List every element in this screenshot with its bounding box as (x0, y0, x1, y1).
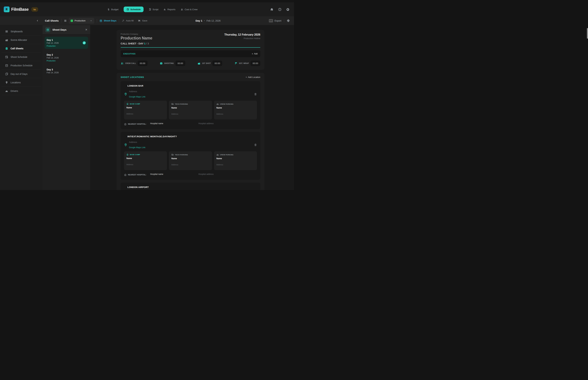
base-camp-card[interactable]: BASE CAMP Name Address (124, 101, 167, 119)
shooting-time-input[interactable]: 00:00 (175, 60, 185, 66)
save-button[interactable]: Save (138, 19, 147, 22)
call-sheet-day-line: CALL SHEET - DAY 1 / 3 (121, 42, 152, 45)
export-controls: PDF Export (269, 19, 290, 23)
shoot-days-button[interactable]: Shoot Days (99, 19, 116, 22)
hospital-name-field[interactable]: Hospital name (150, 122, 163, 125)
delete-location-icon[interactable] (254, 143, 257, 146)
location-title[interactable]: LONDON BAR (127, 85, 257, 87)
shoot-locations-card: SHOOT LOCATIONS + Add Location LONDON BA… (116, 73, 265, 190)
home-icon[interactable] (270, 8, 274, 11)
nav-utility (270, 8, 290, 11)
stripboards-icon (5, 30, 8, 33)
tech-parking-card[interactable]: TECH PARKING Name Address (169, 152, 212, 170)
area-address-field[interactable]: Address (171, 164, 209, 166)
est-wrap-group: EST. WRAP 00:00 (235, 60, 260, 66)
dollar-icon (107, 8, 110, 11)
hospital-icon (124, 173, 127, 176)
day-card-2[interactable]: Day 2 Feb 13, 2026 Production (45, 52, 88, 64)
window-chrome-strip (0, 0, 294, 2)
sidebar-item-scene-allocator[interactable]: Scene Allocator (2, 36, 41, 44)
pdf-icon: PDF (269, 19, 273, 22)
script-icon (149, 8, 151, 11)
address-field[interactable]: Address (129, 90, 146, 93)
est-wrap-time-input[interactable]: 00:00 (250, 60, 260, 66)
grid-view-icon[interactable] (64, 19, 67, 22)
auto-fill-button[interactable]: Auto-fill (122, 19, 133, 22)
sidebar-item-day-out-of-days[interactable]: Day out of Days (2, 70, 41, 78)
chevron-down-icon (90, 19, 92, 22)
location-areas-row: BASE CAMP Name Address TECH PARKING Name… (124, 101, 257, 119)
tech-parking-card[interactable]: TECH PARKING Name Address (169, 101, 212, 119)
workspace-badge[interactable]: bz (31, 7, 38, 12)
close-icon[interactable]: ✕ (85, 28, 87, 31)
location-areas-row: BASE CAMP Name Address TECH PARKING Name… (124, 152, 257, 170)
area-name-field[interactable]: Name (171, 157, 209, 160)
area-address-field[interactable]: Address (126, 113, 165, 115)
nav-cast-crew[interactable]: Cast & Crew (181, 8, 198, 11)
area-address-field[interactable]: Address (126, 163, 165, 166)
nav-reports[interactable]: Reports (164, 8, 175, 11)
shooting-group: SHOOTING 00:00 (160, 60, 185, 66)
location-address-row: Address Google Maps Link (124, 90, 257, 98)
sidebar-item-drivers[interactable]: Drivers (2, 87, 41, 95)
day-card-1[interactable]: Day 1 Feb 12, 2026 Production (45, 37, 88, 49)
sidebar-toolbar-spacer (0, 19, 42, 22)
day-card-3[interactable]: Day 3 Feb 14, 2026 (45, 66, 88, 76)
production-name[interactable]: Production Name (121, 36, 152, 40)
divider (284, 19, 284, 23)
help-icon[interactable] (278, 8, 282, 11)
add-executive-button[interactable]: + Add (252, 52, 258, 55)
plus-icon: + (246, 76, 247, 78)
accent-rule (121, 47, 260, 48)
area-name-field[interactable]: Name (126, 157, 165, 160)
location-title[interactable]: LONDON AIRPORT (127, 186, 257, 189)
production-company-label: Production Company (121, 33, 152, 35)
hospital-name-field[interactable]: Hospital name (150, 173, 163, 175)
sidebar-item-call-sheets[interactable]: Call Sheets (2, 44, 41, 53)
toolbar: Call Sheets Production Shoot Days Auto-f… (0, 16, 294, 25)
area-address-field[interactable]: Address (171, 113, 209, 115)
crew-parking-card[interactable]: CREW PARKING Name Address (214, 152, 257, 170)
crew-parking-card[interactable]: CREW PARKING Name Address (214, 101, 257, 119)
google-maps-link[interactable]: Google Maps Link (129, 146, 146, 149)
day-list: Day 1 Feb 12, 2026 Production Day 2 Feb … (42, 34, 90, 81)
nearest-hospital-label: NEAREST HOSPITAL: (128, 174, 147, 176)
export-button[interactable]: PDF Export (269, 19, 281, 22)
add-location-button[interactable]: + Add Location (246, 76, 260, 78)
sidebar-item-production-schedule[interactable]: Production Schedule (2, 61, 41, 70)
hospital-address-field[interactable]: Hospital address (198, 173, 213, 175)
print-icon[interactable] (287, 19, 290, 22)
nav-budget[interactable]: Budget (107, 8, 119, 11)
first-shot-time-input[interactable]: 00:00 (212, 60, 222, 66)
truck-icon (171, 103, 174, 105)
clapperboard-icon (5, 38, 8, 41)
shoot-date: Thursday, 12 February 2026 (224, 33, 260, 36)
location-title[interactable]: INT/EXT.ROMANTIC MONTAGE.DAY/NIGHT? (127, 135, 257, 138)
brand[interactable]: FilmBase (4, 6, 29, 12)
settings-icon[interactable] (286, 8, 290, 11)
sidebar-item-stripboards[interactable]: Stripboards (2, 27, 41, 36)
executives-bar: EXECUTIVES + Add (121, 50, 260, 57)
base-camp-card[interactable]: BASE CAMP Name Address (124, 152, 167, 170)
collapse-sidebar-icon[interactable] (36, 19, 39, 22)
location-pin-icon (124, 143, 127, 147)
area-name-field[interactable]: Name (216, 107, 255, 109)
area-address-field[interactable]: Address (216, 113, 255, 115)
crew-call-time-input[interactable]: 00:00 (138, 60, 148, 66)
hospital-address-field[interactable]: Hospital address (198, 122, 213, 125)
area-address-field[interactable]: Address (216, 164, 255, 166)
production-select[interactable]: Production (69, 18, 94, 24)
sidebar-item-locations[interactable]: Locations (2, 78, 41, 87)
production-hotline-field[interactable]: Production Hotline (224, 37, 260, 40)
sidebar-item-shoot-schedule[interactable]: Shoot Schedule (2, 53, 41, 61)
nav-script[interactable]: Script (149, 8, 158, 11)
delete-location-icon[interactable] (254, 93, 257, 95)
nav-schedule[interactable]: Schedule (124, 7, 143, 12)
area-name-field[interactable]: Name (171, 107, 209, 109)
google-maps-link[interactable]: Google Maps Link (129, 95, 146, 98)
area-name-field[interactable]: Name (216, 157, 255, 160)
location-card: LONDON BAR Address Google Maps Link BASE… (121, 81, 260, 129)
address-field[interactable]: Address (129, 141, 146, 143)
area-name-field[interactable]: Name (126, 107, 165, 109)
filmbase-logo (4, 6, 10, 12)
